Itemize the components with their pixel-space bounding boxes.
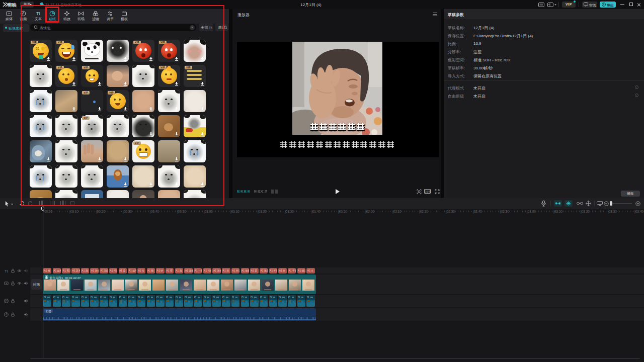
svg-text:TI: TI: [5, 269, 8, 273]
